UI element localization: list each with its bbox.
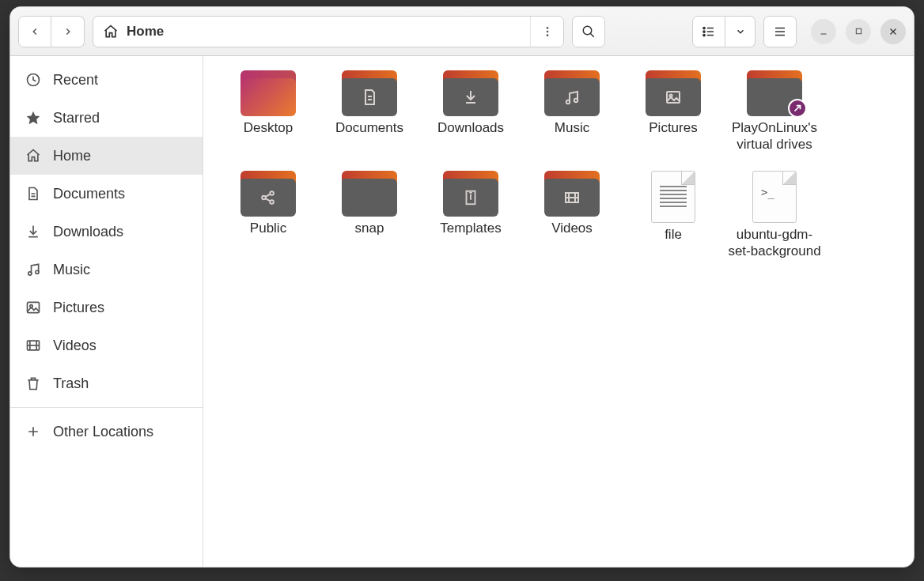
item-label: PlayOnLinux's virtual drives	[727, 119, 822, 153]
maximize-button[interactable]	[846, 19, 871, 44]
chevron-left-icon	[29, 26, 40, 37]
svg-marker-19	[27, 111, 40, 125]
back-button[interactable]	[18, 16, 51, 47]
chevron-down-icon	[735, 26, 746, 37]
hamburger-menu-button[interactable]	[763, 16, 797, 47]
file-item[interactable]: >_ubuntu-gdm-set-background	[724, 168, 825, 263]
sidebar-item-downloads[interactable]: Downloads	[10, 213, 203, 251]
sidebar: RecentStarredHomeDocumentsDownloadsMusic…	[10, 56, 203, 567]
sidebar-item-label: Downloads	[53, 224, 123, 240]
headerbar: Home	[10, 7, 914, 56]
svg-point-3	[583, 26, 592, 35]
symlink-badge-icon	[788, 99, 807, 118]
svg-rect-40	[667, 92, 680, 103]
svg-rect-15	[856, 28, 861, 33]
sidebar-item-label: Trash	[53, 375, 89, 392]
nav-buttons	[18, 16, 85, 47]
folder-item[interactable]: Desktop	[218, 67, 319, 157]
sidebar-item-other-locations[interactable]: Other Locations	[10, 413, 203, 451]
sidebar-item-music[interactable]: Music	[10, 251, 203, 289]
window-body: RecentStarredHomeDocumentsDownloadsMusic…	[10, 56, 914, 567]
sidebar-separator	[10, 407, 203, 408]
sidebar-item-starred[interactable]: Starred	[10, 99, 203, 137]
file-manager-window: Home	[9, 6, 915, 568]
script-file-icon: >_	[752, 171, 797, 223]
folder-icon	[544, 70, 600, 116]
sidebar-item-recent[interactable]: Recent	[10, 61, 203, 99]
video-icon	[562, 188, 581, 207]
picture-icon	[25, 299, 42, 316]
svg-point-0	[546, 27, 548, 29]
forward-button[interactable]	[51, 16, 85, 47]
search-button[interactable]	[572, 16, 605, 47]
list-view-button[interactable]	[692, 16, 725, 47]
folder-item[interactable]: Pictures	[623, 67, 724, 157]
music-icon	[25, 261, 42, 278]
search-icon	[581, 25, 596, 39]
minimize-button[interactable]	[811, 19, 836, 44]
sidebar-item-videos[interactable]: Videos	[10, 326, 203, 364]
music-icon	[562, 88, 581, 107]
item-label: Public	[250, 220, 286, 236]
folder-icon	[443, 171, 498, 217]
folder-icon	[544, 171, 600, 217]
folder-item[interactable]: PlayOnLinux's virtual drives	[724, 67, 825, 157]
folder-item[interactable]: Videos	[521, 168, 623, 263]
sidebar-item-documents[interactable]: Documents	[10, 175, 203, 213]
svg-point-5	[703, 27, 705, 28]
home-icon	[103, 24, 119, 40]
sidebar-item-home[interactable]: Home	[10, 137, 203, 175]
item-label: Pictures	[649, 119, 697, 136]
sidebar-item-trash[interactable]: Trash	[10, 364, 203, 402]
svg-point-24	[28, 272, 32, 275]
download-icon	[461, 88, 480, 107]
folder-item[interactable]: Public	[218, 168, 319, 263]
template-icon	[462, 189, 479, 206]
path-box[interactable]: Home	[93, 16, 564, 47]
svg-rect-26	[28, 302, 40, 312]
sidebar-item-label: Pictures	[53, 300, 104, 316]
folder-item[interactable]: Templates	[420, 168, 521, 263]
doc-icon	[360, 88, 379, 107]
close-button[interactable]	[880, 19, 906, 44]
doc-icon	[25, 185, 42, 202]
chevron-right-icon	[62, 26, 74, 37]
folder-icon	[747, 70, 802, 116]
trash-icon	[25, 375, 42, 392]
hamburger-icon	[773, 25, 787, 39]
svg-point-1	[546, 30, 548, 32]
svg-point-38	[566, 100, 570, 104]
svg-point-9	[703, 34, 705, 36]
folder-item[interactable]: Downloads	[420, 67, 521, 157]
svg-line-4	[590, 33, 594, 37]
window-controls	[811, 19, 906, 44]
folder-item[interactable]: Music	[521, 67, 623, 157]
folder-item[interactable]: snap	[319, 168, 420, 263]
svg-point-39	[574, 99, 578, 102]
folder-icon	[342, 70, 397, 116]
close-icon	[888, 27, 898, 36]
path-menu-button[interactable]	[530, 17, 563, 47]
view-dropdown-button[interactable]	[725, 16, 755, 47]
sidebar-item-pictures[interactable]: Pictures	[10, 289, 203, 326]
svg-point-25	[36, 270, 39, 274]
picture-icon	[664, 88, 683, 107]
content-area[interactable]: DesktopDocumentsDownloadsMusicPicturesPl…	[203, 56, 914, 567]
text-file-icon	[651, 171, 695, 223]
folder-icon	[646, 70, 701, 116]
svg-point-7	[703, 30, 705, 32]
sidebar-item-label: Recent	[53, 72, 98, 89]
video-icon	[25, 337, 42, 354]
file-item[interactable]: file	[623, 168, 724, 263]
star-icon	[25, 109, 42, 126]
clock-icon	[25, 71, 42, 89]
item-label: snap	[355, 220, 384, 236]
maximize-icon	[854, 27, 863, 36]
sidebar-item-label: Documents	[53, 186, 125, 202]
icon-grid: DesktopDocumentsDownloadsMusicPicturesPl…	[218, 67, 899, 274]
view-mode-group	[692, 16, 755, 47]
item-label: Desktop	[244, 119, 293, 136]
item-label: Downloads	[437, 119, 504, 136]
folder-item[interactable]: Documents	[319, 67, 420, 157]
download-icon	[25, 223, 42, 240]
